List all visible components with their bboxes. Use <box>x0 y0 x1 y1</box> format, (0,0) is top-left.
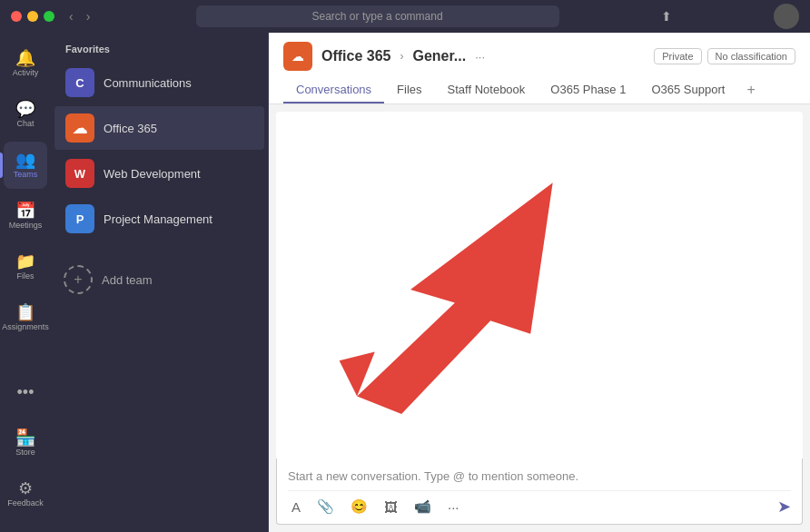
tab-staff-notebook[interactable]: Staff Notebook <box>435 77 538 103</box>
team-avatar-webdev: W <box>65 159 94 188</box>
nav-item-chat[interactable]: 💬 Chat <box>4 91 47 138</box>
forward-button[interactable]: › <box>83 7 94 25</box>
arrow-annotation <box>276 112 803 458</box>
badge-private: Private <box>654 48 701 64</box>
team-name-office365: Office 365 <box>104 122 157 135</box>
channel-badges: Private No classification <box>654 48 795 64</box>
team-avatar-communications: C <box>65 68 94 97</box>
nav-item-store[interactable]: 🏪 Store <box>4 419 47 467</box>
avatar[interactable] <box>774 4 799 29</box>
teams-icon: 👥 <box>15 152 35 168</box>
store-icon: 🏪 <box>15 429 35 446</box>
giphy-button[interactable]: 🖼 <box>380 498 401 517</box>
meetings-icon: 📅 <box>15 202 35 219</box>
nav-label-chat: Chat <box>16 119 34 128</box>
channel-name: Office 365 <box>321 48 390 64</box>
nav-item-files[interactable]: 📁 Files <box>4 243 47 291</box>
team-name-communications: Communications <box>104 76 192 90</box>
nav-label-activity: Activity <box>13 68 39 77</box>
nav-bottom: 🏪 Store ⚙ Feedback <box>4 419 47 525</box>
team-item-office365[interactable]: ☁ Office 365 <box>54 106 264 150</box>
search-input[interactable] <box>196 5 559 27</box>
channel-arrow-icon: › <box>400 50 403 63</box>
nav-item-activity[interactable]: 🔔 Activity <box>4 40 47 87</box>
add-team-icon: + <box>64 265 93 294</box>
nav-label-meetings: Meetings <box>9 221 43 230</box>
nav-item-meetings[interactable]: 📅 Meetings <box>4 192 47 240</box>
nav-label-files: Files <box>16 271 34 281</box>
format-button[interactable]: A <box>288 498 304 517</box>
team-name-webdev: Web Development <box>104 167 201 181</box>
tabs-row: Conversations Files Staff Notebook O365 … <box>283 76 795 103</box>
minimize-button[interactable] <box>27 11 38 22</box>
conversation-area <box>276 112 803 458</box>
favorites-label: Favorites <box>51 33 268 60</box>
tab-files[interactable]: Files <box>384 77 434 103</box>
nav-buttons: ‹ › <box>65 7 94 25</box>
nav-label-assignments: Assignments <box>2 322 49 331</box>
nav-item-feedback[interactable]: ⚙ Feedback <box>4 470 47 517</box>
nav-item-assignments[interactable]: 📋 Assignments <box>4 294 47 341</box>
content-area: ☁ Office 365 › Gener... ··· Private No c… <box>269 33 810 532</box>
emoji-button[interactable]: 😊 <box>347 497 371 517</box>
back-button[interactable]: ‹ <box>65 7 77 25</box>
message-toolbar: A 📎 😊 🖼 📹 ··· ➤ <box>288 490 791 517</box>
nav-label-store: Store <box>15 448 35 457</box>
team-item-projectmgmt[interactable]: P Project Management <box>54 197 264 241</box>
channel-sub-name: Gener... <box>412 48 466 64</box>
content-header: ☁ Office 365 › Gener... ··· Private No c… <box>269 33 810 104</box>
team-avatar-office365: ☁ <box>65 113 94 143</box>
nav-item-more[interactable]: ••• <box>4 369 47 416</box>
nav-label-teams: Teams <box>14 170 38 179</box>
sidebar: Favorites C Communications ☁ Office 365 … <box>51 33 269 532</box>
add-team-label: Add team <box>102 273 153 287</box>
nav-item-teams[interactable]: 👥 Teams <box>4 142 47 189</box>
team-item-webdev[interactable]: W Web Development <box>54 152 264 195</box>
tab-add-button[interactable]: + <box>737 76 764 103</box>
share-icon: ⬆ <box>661 9 672 24</box>
traffic-lights <box>11 11 54 22</box>
channel-more-button[interactable]: ··· <box>475 50 485 64</box>
channel-title-row: ☁ Office 365 › Gener... ··· Private No c… <box>283 33 795 76</box>
team-name-projectmgmt: Project Management <box>104 212 212 226</box>
files-icon: 📁 <box>15 253 35 270</box>
feedback-icon: ⚙ <box>18 480 33 497</box>
more-icon: ••• <box>17 384 35 400</box>
maximize-button[interactable] <box>44 11 54 22</box>
message-placeholder[interactable]: Start a new conversation. Type @ to ment… <box>288 466 791 490</box>
send-button[interactable]: ➤ <box>777 497 791 517</box>
main-layout: 🔔 Activity 💬 Chat 👥 Teams 📅 Meetings 📁 F… <box>0 33 810 532</box>
svg-marker-0 <box>357 182 552 414</box>
activity-icon: 🔔 <box>15 50 35 66</box>
team-avatar-projectmgmt: P <box>65 204 94 233</box>
channel-icon: ☁ <box>283 42 312 71</box>
nav-rail: 🔔 Activity 💬 Chat 👥 Teams 📅 Meetings 📁 F… <box>0 33 51 532</box>
attach-button[interactable]: 📎 <box>313 497 338 517</box>
more-toolbar-button[interactable]: ··· <box>444 498 463 517</box>
tab-o365-support[interactable]: O365 Support <box>638 77 737 103</box>
titlebar: ‹ › ⬆ <box>0 0 810 33</box>
badge-classification: No classification <box>707 48 795 64</box>
chat-icon: 💬 <box>15 101 35 117</box>
add-team-row[interactable]: + Add team <box>51 256 268 303</box>
nav-label-feedback: Feedback <box>7 498 44 507</box>
svg-marker-1 <box>340 351 375 396</box>
tab-o365-phase1[interactable]: O365 Phase 1 <box>538 77 638 103</box>
close-button[interactable] <box>11 11 22 22</box>
video-button[interactable]: 📹 <box>410 497 435 517</box>
message-input-area: Start a new conversation. Type @ to ment… <box>276 458 803 525</box>
tab-conversations[interactable]: Conversations <box>283 77 384 103</box>
assignments-icon: 📋 <box>15 304 35 320</box>
team-item-communications[interactable]: C Communications <box>54 61 264 104</box>
